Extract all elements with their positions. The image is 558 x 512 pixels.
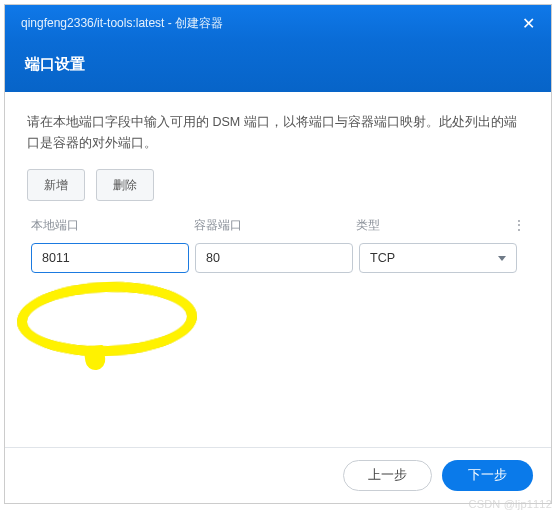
col-header-more-icon[interactable]: ⋮: [513, 215, 525, 235]
prev-button[interactable]: 上一步: [343, 460, 432, 491]
add-button[interactable]: 新增: [27, 169, 85, 201]
toolbar: 新增 删除: [27, 169, 529, 201]
type-select[interactable]: TCP: [359, 243, 517, 273]
annotation-highlight-tail: [83, 345, 106, 372]
dialog-footer: 上一步 下一步: [5, 447, 551, 503]
container-port-input[interactable]: [195, 243, 353, 273]
type-select-value: TCP: [370, 248, 395, 269]
annotation-highlight: [16, 279, 198, 359]
table-row: TCP: [27, 243, 529, 273]
grid-header: 本地端口 容器端口 类型 ⋮: [27, 215, 529, 235]
col-header-type: 类型: [356, 215, 513, 235]
chevron-down-icon: [498, 256, 506, 261]
description-text: 请在本地端口字段中输入可用的 DSM 端口，以将端口与容器端口映射。此处列出的端…: [27, 112, 529, 155]
col-header-container: 容器端口: [194, 215, 351, 235]
watermark-text: CSDN @ljp1112: [469, 498, 552, 510]
next-button[interactable]: 下一步: [442, 460, 533, 491]
local-port-input[interactable]: [31, 243, 189, 273]
section-title: 端口设置: [5, 41, 551, 92]
close-icon[interactable]: ✕: [522, 14, 535, 33]
delete-button[interactable]: 删除: [96, 169, 154, 201]
create-container-dialog: qingfeng2336/it-tools:latest - 创建容器 ✕ 端口…: [4, 4, 552, 504]
dialog-content: 请在本地端口字段中输入可用的 DSM 端口，以将端口与容器端口映射。此处列出的端…: [5, 92, 551, 447]
col-header-local: 本地端口: [31, 215, 188, 235]
dialog-header: qingfeng2336/it-tools:latest - 创建容器 ✕: [5, 5, 551, 41]
dialog-title: qingfeng2336/it-tools:latest - 创建容器: [21, 15, 223, 32]
